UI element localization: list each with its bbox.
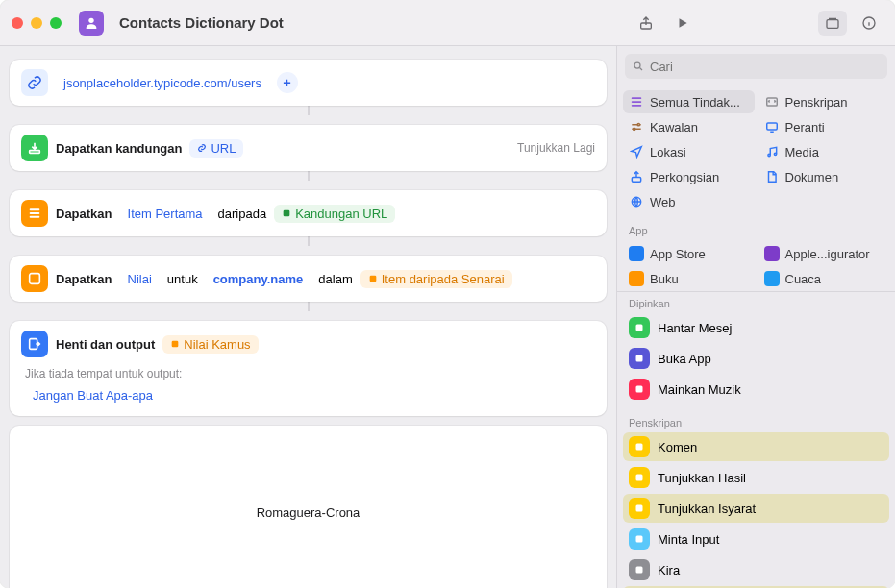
web-icon — [629, 194, 644, 209]
svg-rect-6 — [30, 212, 40, 214]
sharing-icon — [629, 169, 644, 184]
all-icon — [629, 94, 644, 110]
action-label: Komen — [658, 440, 697, 454]
url-token[interactable]: URL — [189, 139, 243, 158]
app-item[interactable]: Buku — [623, 267, 755, 290]
action-icon — [629, 317, 650, 338]
action-item[interactable]: Tunjukkan Isyarat — [623, 494, 889, 523]
add-url-button[interactable]: ＋ — [277, 72, 298, 93]
action-label: Dapatkan — [56, 207, 112, 221]
pinned-list: Hantar MesejBuka AppMainkan Muzik — [617, 311, 895, 411]
stop-output-action-card[interactable]: Henti dan output Nilai Kamus Jika tiada … — [10, 321, 607, 416]
info-button[interactable] — [855, 11, 883, 36]
category-location[interactable]: Lokasi — [623, 140, 755, 163]
dictionary-icon — [21, 265, 48, 292]
category-label: Semua Tindak... — [650, 95, 740, 110]
app-item[interactable]: Apple...igurator — [758, 242, 890, 265]
action-item[interactable]: Buka App — [623, 344, 889, 373]
show-more-button[interactable]: Tunjukkan Lagi — [517, 141, 595, 155]
category-sharing[interactable]: Perkongsian — [623, 165, 755, 188]
zoom-window-button[interactable] — [50, 17, 62, 29]
url-value[interactable]: jsonplaceholder.typicode.com/users — [56, 74, 269, 92]
scripting-section-label: Penskripan — [617, 411, 895, 430]
output-icon — [21, 331, 48, 357]
app-item[interactable]: App Store — [623, 242, 755, 265]
action-icon — [629, 348, 650, 369]
category-documents[interactable]: Dokumen — [758, 165, 890, 188]
svg-rect-15 — [632, 101, 642, 103]
svg-point-13 — [634, 62, 640, 68]
fallback-behavior-selector[interactable]: Jangan Buat Apa-apa — [25, 386, 161, 404]
svg-rect-28 — [636, 444, 643, 451]
action-label: Dapatkan — [56, 272, 112, 286]
action-icon — [629, 498, 650, 519]
category-label: Dokumen — [785, 170, 839, 184]
svg-point-19 — [634, 128, 635, 130]
category-devices[interactable]: Peranti — [758, 115, 890, 138]
close-window-button[interactable] — [12, 17, 23, 29]
action-label: Buka App — [658, 352, 711, 366]
category-all[interactable]: Semua Tindak... — [623, 90, 755, 113]
action-item[interactable]: Mainkan Muzik — [623, 375, 889, 404]
action-icon — [629, 528, 650, 550]
url-action-card[interactable]: jsonplaceholder.typicode.com/users ＋ — [10, 60, 607, 106]
library-toggle-button[interactable] — [818, 11, 847, 36]
category-controls[interactable]: Kawalan — [623, 115, 755, 138]
category-media[interactable]: Media — [758, 140, 890, 163]
action-label: Dapatkan kandungan — [56, 141, 182, 156]
svg-rect-7 — [30, 216, 40, 218]
svg-rect-10 — [369, 276, 376, 282]
share-button[interactable] — [632, 11, 660, 36]
app-label: Cuaca — [785, 272, 822, 286]
search-icon — [633, 61, 644, 72]
app-label: Buku — [650, 272, 679, 286]
category-web[interactable]: Web — [623, 190, 755, 213]
action-item[interactable]: Komen — [623, 432, 889, 461]
action-item[interactable]: Kira — [623, 555, 889, 584]
action-label: Tunjukkan Isyarat — [658, 502, 756, 516]
location-icon — [629, 144, 644, 159]
controls-icon — [629, 119, 644, 135]
action-icon — [629, 467, 650, 488]
output-token[interactable]: Nilai Kamus — [162, 335, 258, 354]
search-field[interactable] — [625, 54, 887, 79]
action-item[interactable]: Tunjukkan Hasil — [623, 463, 889, 492]
minimize-window-button[interactable] — [31, 17, 42, 29]
action-item[interactable]: Minta Input — [623, 525, 889, 553]
action-icon — [629, 436, 650, 457]
get-dictionary-value-action-card[interactable]: Dapatkan Nilai untuk company.name dalam … — [10, 256, 607, 302]
search-input[interactable] — [650, 60, 880, 74]
scripting-list: KomenTunjukkan HasilTunjukkan IsyaratMin… — [617, 430, 895, 588]
get-first-item-action-card[interactable]: Dapatkan Item Pertama daripada Kandungan… — [10, 190, 607, 236]
category-label: Media — [785, 145, 819, 159]
workflow-editor: jsonplaceholder.typicode.com/users ＋ Dap… — [0, 46, 616, 588]
category-scripting[interactable]: Penskripan — [758, 90, 890, 113]
value-selector[interactable]: Nilai — [120, 270, 160, 288]
link-icon — [21, 69, 48, 96]
action-label: Henti dan output — [56, 337, 155, 352]
svg-rect-12 — [172, 341, 179, 348]
source-token[interactable]: Kandungan URL — [274, 205, 395, 223]
source-token[interactable]: Item daripada Senarai — [360, 270, 512, 288]
download-icon — [21, 135, 48, 161]
app-icon — [629, 246, 644, 261]
run-button[interactable] — [668, 11, 697, 36]
action-item[interactable]: Hantar Mesej — [623, 313, 889, 342]
get-contents-action-card[interactable]: Dapatkan kandungan URL Tunjukkan Lagi — [10, 125, 607, 171]
svg-rect-2 — [827, 19, 838, 28]
key-input[interactable]: company.name — [206, 270, 311, 288]
window-controls — [12, 17, 62, 29]
app-item[interactable]: Cuaca — [758, 267, 890, 290]
svg-rect-29 — [636, 475, 643, 481]
action-label: Kira — [658, 563, 680, 577]
svg-rect-16 — [632, 105, 642, 107]
svg-rect-4 — [30, 151, 40, 154]
item-selector[interactable]: Item Pertama — [120, 205, 211, 223]
output-preview: Romaguera-Crona — [10, 426, 607, 588]
app-label: App Store — [650, 247, 706, 261]
devices-icon — [764, 119, 780, 135]
svg-rect-8 — [284, 210, 290, 217]
action-icon — [629, 379, 650, 400]
apps-section-label: App — [617, 219, 895, 238]
documents-icon — [764, 169, 780, 184]
